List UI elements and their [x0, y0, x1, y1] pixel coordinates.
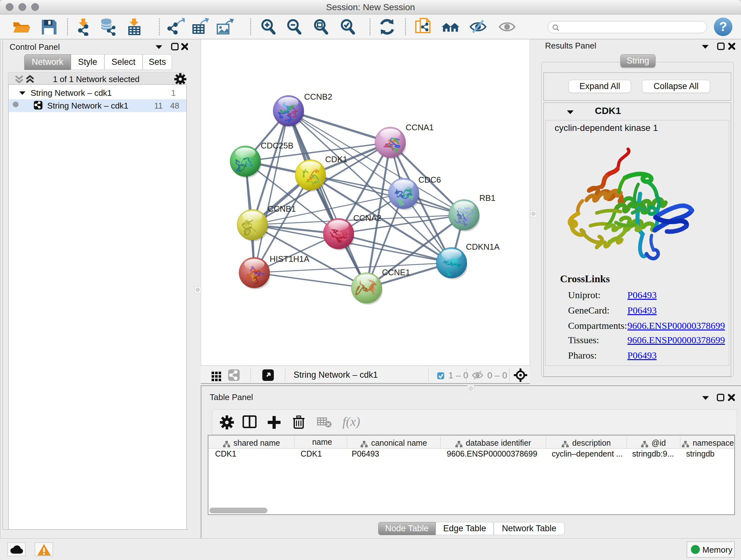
- svg-text:RB1: RB1: [479, 193, 495, 203]
- svg-text:CDC6: CDC6: [418, 175, 441, 185]
- svg-text:CDKN1A: CDKN1A: [466, 242, 500, 252]
- svg-text:?: ?: [719, 19, 727, 34]
- svg-text:CCNB1: CCNB1: [268, 204, 296, 213]
- svg-text:HIST1H1A: HIST1H1A: [270, 254, 310, 264]
- svg-text:CCNE1: CCNE1: [382, 267, 410, 277]
- svg-text:CCNB2: CCNB2: [304, 92, 332, 102]
- svg-text:CDC25B: CDC25B: [261, 141, 293, 150]
- svg-text:CCNA2: CCNA2: [353, 213, 381, 223]
- svg-text:CDK1: CDK1: [325, 154, 347, 164]
- svg-text:CCNA1: CCNA1: [406, 123, 434, 132]
